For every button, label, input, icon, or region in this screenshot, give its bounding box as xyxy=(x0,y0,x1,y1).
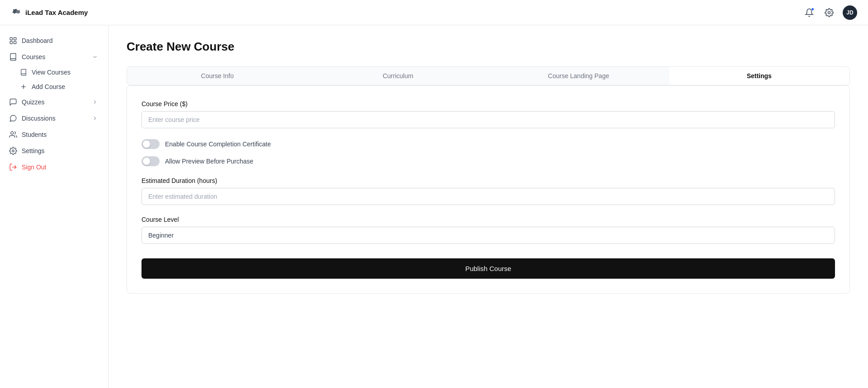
sidebar-item-view-courses[interactable]: View Courses xyxy=(0,65,108,79)
header-left: iLead Tax Academy xyxy=(11,7,88,18)
logo-icon xyxy=(11,7,22,18)
svg-rect-4 xyxy=(14,42,16,44)
header: iLead Tax Academy JD xyxy=(0,0,868,25)
preview-toggle[interactable] xyxy=(142,156,160,166)
svg-point-0 xyxy=(828,11,830,14)
duration-label: Estimated Duration (hours) xyxy=(142,177,835,184)
svg-rect-3 xyxy=(10,42,12,44)
settings-form: Course Price ($) Enable Course Completio… xyxy=(127,85,850,294)
students-icon xyxy=(9,131,17,139)
tab-course-info[interactable]: Course Info xyxy=(127,67,308,85)
main-content: Create New Course Course Info Curriculum… xyxy=(108,25,868,388)
sidebar-item-discussions[interactable]: Discussions xyxy=(0,110,108,126)
dashboard-icon xyxy=(9,37,17,45)
signout-button[interactable]: Sign Out xyxy=(0,159,108,175)
tabs: Course Info Curriculum Course Landing Pa… xyxy=(127,66,850,85)
svg-rect-1 xyxy=(10,37,12,40)
sidebar-item-dashboard[interactable]: Dashboard xyxy=(0,33,108,49)
sidebar-label-add-course: Add Course xyxy=(32,83,65,90)
sidebar-label-view-courses: View Courses xyxy=(32,69,71,76)
chevron-down-icon xyxy=(91,53,99,61)
settings-sidebar-icon xyxy=(9,147,17,155)
course-price-input[interactable] xyxy=(142,111,835,128)
tab-settings[interactable]: Settings xyxy=(669,67,850,85)
header-title: iLead Tax Academy xyxy=(25,9,88,16)
course-level-select[interactable]: Beginner Intermediate Advanced xyxy=(142,227,835,244)
sidebar-item-students[interactable]: Students xyxy=(0,126,108,143)
page-title: Create New Course xyxy=(127,40,850,54)
chevron-right-icon xyxy=(91,98,99,106)
preview-toggle-label: Allow Preview Before Purchase xyxy=(165,158,253,165)
duration-input[interactable] xyxy=(142,188,835,205)
layout: Dashboard Courses xyxy=(0,25,868,388)
sidebar-item-add-course[interactable]: Add Course xyxy=(0,79,108,94)
publish-button[interactable]: Publish Course xyxy=(142,258,835,279)
certificate-toggle-label: Enable Course Completion Certificate xyxy=(165,140,271,148)
tab-course-landing-page[interactable]: Course Landing Page xyxy=(488,67,669,85)
course-level-group: Course Level Beginner Intermediate Advan… xyxy=(142,216,835,244)
certificate-toggle-row: Enable Course Completion Certificate xyxy=(142,139,835,149)
sidebar-label-settings: Settings xyxy=(22,147,45,154)
discussions-icon xyxy=(9,114,17,122)
sidebar-item-courses[interactable]: Courses xyxy=(0,49,108,65)
avatar[interactable]: JD xyxy=(843,5,857,20)
sidebar-label-quizzes: Quizzes xyxy=(22,98,45,106)
duration-group: Estimated Duration (hours) xyxy=(142,177,835,205)
sidebar: Dashboard Courses xyxy=(0,25,108,388)
certificate-toggle[interactable] xyxy=(142,139,160,149)
sidebar-label-courses: Courses xyxy=(22,53,45,61)
preview-toggle-row: Allow Preview Before Purchase xyxy=(142,156,835,166)
quizzes-icon xyxy=(9,98,17,106)
tab-curriculum[interactable]: Curriculum xyxy=(308,67,489,85)
notification-icon[interactable] xyxy=(803,6,816,19)
chevron-right-icon-2 xyxy=(91,114,99,122)
header-right: JD xyxy=(803,5,857,20)
signout-icon xyxy=(9,163,17,171)
signout-label: Sign Out xyxy=(22,164,46,171)
courses-icon xyxy=(9,53,17,61)
notification-dot xyxy=(811,8,814,11)
svg-point-7 xyxy=(11,131,14,134)
sidebar-item-quizzes[interactable]: Quizzes xyxy=(0,94,108,110)
plus-icon xyxy=(20,83,27,90)
svg-rect-2 xyxy=(14,37,16,40)
course-level-label: Course Level xyxy=(142,216,835,223)
book-icon xyxy=(20,69,27,76)
sidebar-item-settings[interactable]: Settings xyxy=(0,143,108,159)
course-price-group: Course Price ($) xyxy=(142,100,835,128)
svg-point-8 xyxy=(12,150,14,152)
sidebar-label-discussions: Discussions xyxy=(22,115,56,122)
settings-icon[interactable] xyxy=(823,6,835,19)
course-price-label: Course Price ($) xyxy=(142,100,835,108)
sidebar-label-students: Students xyxy=(22,131,47,138)
sidebar-label-dashboard: Dashboard xyxy=(22,37,53,44)
